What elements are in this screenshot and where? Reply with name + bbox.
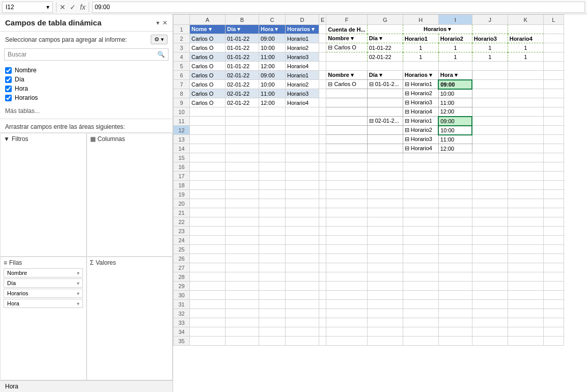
cell-B8[interactable]: 02-01-22 xyxy=(226,89,259,98)
fx-icon[interactable]: fx xyxy=(80,3,86,11)
col-I-header[interactable]: I xyxy=(438,15,472,25)
cell-D2[interactable]: Horario1 xyxy=(286,34,319,43)
cell-F1[interactable]: Cuenta de H... xyxy=(326,25,367,34)
cell-C2[interactable]: 09:00 xyxy=(259,34,286,43)
cell-A2[interactable]: Carlos O xyxy=(190,34,226,43)
confirm-icon[interactable]: ✓ xyxy=(70,3,76,11)
cell-J3[interactable]: 1 xyxy=(472,43,508,52)
cell-D5[interactable]: Horario4 xyxy=(286,62,319,71)
cell-H3[interactable]: 1 xyxy=(403,43,438,52)
cell-B4[interactable]: 01-01-22 xyxy=(226,52,259,62)
formula-input[interactable] xyxy=(92,2,585,13)
cell-A3[interactable]: Carlos O xyxy=(190,43,226,52)
cell-B3[interactable]: 01-01-22 xyxy=(226,43,259,52)
cell-D4[interactable]: Horario3 xyxy=(286,52,319,62)
cell-F3[interactable]: ⊟ Carlos O xyxy=(326,43,367,52)
cell-B5[interactable]: 01-01-22 xyxy=(226,62,259,71)
cell-C3[interactable]: 10:00 xyxy=(259,43,286,52)
cell-C5[interactable]: 12:00 xyxy=(259,62,286,71)
cell-H7[interactable]: ⊟ Horario1 xyxy=(403,80,438,89)
cell-I9[interactable]: 11:00 xyxy=(438,98,472,107)
close-icon[interactable]: ✕ xyxy=(162,19,167,26)
cell-I6-pivot2-header[interactable]: Hora ▾ xyxy=(438,71,472,80)
cell-H10[interactable]: ⊟ Horario4 xyxy=(403,107,438,117)
cell-D3[interactable]: Horario2 xyxy=(286,43,319,52)
field-checkbox-horarios[interactable] xyxy=(5,95,12,101)
cell-D1[interactable]: Horarios ▾ xyxy=(286,25,319,34)
cell-H12[interactable]: ⊟ Horario2 xyxy=(403,126,438,135)
cell-B1[interactable]: Día ▾ xyxy=(226,25,259,34)
cell-F2[interactable]: Nombre ▾ xyxy=(326,34,367,43)
col-K-header[interactable]: K xyxy=(508,15,543,25)
cell-G6-pivot2-header[interactable]: Día ▾ xyxy=(367,71,403,80)
cell-I13[interactable]: 11:00 xyxy=(438,135,472,144)
cell-C1[interactable]: Hora ▾ xyxy=(259,25,286,34)
col-E-header[interactable]: E xyxy=(319,15,326,25)
cell-H4[interactable]: 1 xyxy=(403,52,438,62)
cell-F6-pivot2-header[interactable]: Nombre ▾ xyxy=(326,71,367,80)
cell-G11[interactable]: ⊟ 02-01-2... xyxy=(367,117,403,126)
cell-A4[interactable]: Carlos O xyxy=(190,52,226,62)
filas-field-nombre[interactable]: Nombre▾ xyxy=(4,268,83,277)
cell-I10[interactable]: 12:00 xyxy=(438,107,472,117)
gear-settings-button[interactable]: ⚙ ▾ xyxy=(151,35,167,44)
filas-field-horarios[interactable]: Horarios▾ xyxy=(4,289,83,298)
cell-J4[interactable]: 1 xyxy=(472,52,508,62)
cell-A8[interactable]: Carlos O xyxy=(190,89,226,98)
cell-I14[interactable]: 12:00 xyxy=(438,144,472,153)
cell-G4[interactable]: 02-01-22 xyxy=(367,52,403,62)
cell-D7[interactable]: Horario2 xyxy=(286,80,319,89)
cell-H6-pivot2-header[interactable]: Horarios ▾ xyxy=(403,71,438,80)
cell-B7[interactable]: 02-01-22 xyxy=(226,80,259,89)
col-B-header[interactable]: B xyxy=(226,15,259,25)
cell-I11-active[interactable]: 09:00 xyxy=(438,117,472,126)
field-checkbox-nombre[interactable] xyxy=(5,67,12,74)
cell-D6[interactable]: Horario1 xyxy=(286,71,319,80)
cell-D9[interactable]: Horario4 xyxy=(286,98,319,107)
cell-C4[interactable]: 11:00 xyxy=(259,52,286,62)
cell-I3[interactable]: 1 xyxy=(438,43,472,52)
cell-C9[interactable]: 12:00 xyxy=(259,98,286,107)
cell-H13[interactable]: ⊟ Horario3 xyxy=(403,135,438,144)
search-input[interactable] xyxy=(5,51,154,58)
cell-I7-active[interactable]: 09:00 xyxy=(438,80,472,89)
col-D-header[interactable]: D xyxy=(286,15,319,25)
col-F-header[interactable]: F xyxy=(326,15,367,25)
cell-I8[interactable]: 10:00 xyxy=(438,89,472,98)
cell-B9[interactable]: 02-01-22 xyxy=(226,98,259,107)
cell-K3[interactable]: 1 xyxy=(508,43,543,52)
field-checkbox-hora[interactable] xyxy=(5,86,12,92)
cell-D8[interactable]: Horario3 xyxy=(286,89,319,98)
cell-C7[interactable]: 10:00 xyxy=(259,80,286,89)
cell-C6[interactable]: 09:00 xyxy=(259,71,286,80)
cell-H2[interactable]: Horario1 xyxy=(403,34,438,43)
field-checkbox-dia[interactable] xyxy=(5,76,12,83)
col-H-header[interactable]: H xyxy=(403,15,438,25)
cell-H11[interactable]: ⊟ Horario1 xyxy=(403,117,438,126)
cell-A7[interactable]: Carlos O xyxy=(190,80,226,89)
cell-A5[interactable]: Carlos O xyxy=(190,62,226,71)
cell-F7[interactable]: ⊟ Carlos O xyxy=(326,80,367,89)
col-A-header[interactable]: A xyxy=(190,15,226,25)
cell-H1[interactable]: Horarios ▾ xyxy=(403,25,472,34)
cell-B6[interactable]: 02-01-22 xyxy=(226,71,259,80)
more-tables-link[interactable]: Más tablas... xyxy=(0,105,173,119)
cell-reference-box[interactable]: I12 ▾ xyxy=(2,2,53,13)
filas-field-hora[interactable]: Hora▾ xyxy=(4,299,83,308)
cell-G2[interactable]: Día ▾ xyxy=(367,34,403,43)
cell-C8[interactable]: 11:00 xyxy=(259,89,286,98)
cell-I4[interactable]: 1 xyxy=(438,52,472,62)
cell-H14[interactable]: ⊟ Horario4 xyxy=(403,144,438,153)
col-J-header[interactable]: J xyxy=(472,15,508,25)
cell-G3[interactable]: 01-01-22 xyxy=(367,43,403,52)
cell-H9[interactable]: ⊟ Horario3 xyxy=(403,98,438,107)
expand-icon[interactable]: ▾ xyxy=(156,19,159,26)
cell-A1[interactable]: Nome ▾ xyxy=(190,25,226,34)
cell-K4[interactable]: 1 xyxy=(508,52,543,62)
cell-A6[interactable]: Carlos O xyxy=(190,71,226,80)
cell-I12-active[interactable]: 10:00 xyxy=(438,126,472,135)
col-L-header[interactable]: L xyxy=(543,15,564,25)
col-G-header[interactable]: G xyxy=(367,15,403,25)
cancel-icon[interactable]: ✕ xyxy=(60,3,66,11)
cell-H8[interactable]: ⊟ Horario2 xyxy=(403,89,438,98)
